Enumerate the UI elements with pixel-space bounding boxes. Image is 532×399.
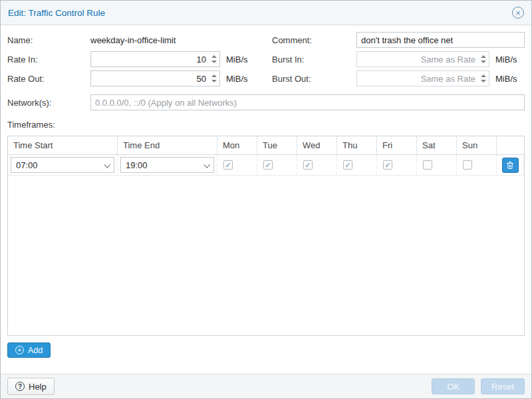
delete-row-button[interactable] bbox=[502, 158, 519, 173]
comment-label: Comment: bbox=[272, 35, 356, 45]
day-checkbox-mon[interactable] bbox=[223, 160, 233, 170]
name-label: Name: bbox=[7, 35, 90, 45]
day-checkbox-tue[interactable] bbox=[263, 160, 273, 170]
column-header-sat: Sat bbox=[417, 136, 457, 154]
table-empty-area bbox=[8, 176, 524, 335]
rate-in-input[interactable] bbox=[90, 51, 220, 67]
day-checkbox-sat[interactable] bbox=[423, 160, 432, 170]
burst-out-input[interactable] bbox=[356, 70, 489, 86]
edit-traffic-control-rule-dialog: Edit: Traffic Control Rule × Name: weekd… bbox=[0, 0, 532, 399]
column-header-tue: Tue bbox=[257, 136, 297, 154]
rate-in-field bbox=[90, 51, 220, 67]
timeframes-table: Time Start Time End Mon Tue Wed Thu Fri … bbox=[7, 136, 525, 336]
help-icon: ? bbox=[15, 382, 25, 391]
rate-out-input[interactable] bbox=[90, 70, 220, 86]
rate-in-unit: MiB/s bbox=[226, 55, 248, 65]
form-row-1: Name: weekday-in-office-limit Comment: bbox=[7, 32, 525, 48]
time-end-value: 19:00 bbox=[126, 160, 148, 170]
day-checkbox-fri[interactable] bbox=[383, 160, 392, 170]
rate-out-field bbox=[90, 70, 220, 86]
dialog-title: Edit: Traffic Control Rule bbox=[8, 8, 105, 18]
name-value: weekday-in-office-limit bbox=[90, 35, 176, 45]
help-button[interactable]: ? Help bbox=[7, 378, 55, 395]
close-icon: × bbox=[515, 9, 521, 17]
spinner-down-icon bbox=[481, 80, 486, 82]
burst-in-spinner[interactable] bbox=[480, 51, 486, 67]
table-header-row: Time Start Time End Mon Tue Wed Thu Fri … bbox=[8, 136, 524, 155]
burst-out-spinner[interactable] bbox=[480, 70, 486, 86]
day-checkbox-wed[interactable] bbox=[303, 160, 313, 170]
rate-out-unit: MiB/s bbox=[226, 74, 248, 84]
column-header-wed: Wed bbox=[297, 136, 337, 154]
spinner-down-icon bbox=[211, 80, 217, 82]
column-header-sun: Sun bbox=[457, 136, 497, 154]
trash-icon bbox=[506, 161, 514, 170]
day-checkbox-thu[interactable] bbox=[343, 160, 352, 170]
time-end-combo[interactable]: 19:00 bbox=[120, 157, 214, 173]
rate-in-spinner[interactable] bbox=[211, 51, 217, 67]
spinner-down-icon bbox=[211, 61, 217, 63]
table-row: 07:00 19:00 bbox=[8, 155, 524, 176]
spinner-up-icon bbox=[211, 74, 217, 77]
add-button[interactable]: + Add bbox=[7, 342, 51, 358]
chevron-down-icon bbox=[203, 162, 210, 168]
rate-out-label: Rate Out: bbox=[7, 74, 90, 84]
networks-input[interactable] bbox=[90, 94, 525, 110]
networks-row: Network(s): bbox=[7, 94, 525, 110]
burst-in-label: Burst In: bbox=[272, 55, 356, 65]
close-button[interactable]: × bbox=[512, 7, 524, 19]
footer-toolbar: ? Help OK Reset bbox=[1, 374, 531, 398]
spinner-down-icon bbox=[481, 61, 486, 63]
networks-label: Network(s): bbox=[7, 98, 90, 108]
burst-in-field bbox=[356, 51, 489, 67]
burst-in-unit: MiB/s bbox=[495, 55, 517, 65]
time-start-combo[interactable]: 07:00 bbox=[11, 157, 114, 173]
time-start-value: 07:00 bbox=[16, 160, 38, 170]
form-row-2: Rate In: MiB/s Burst In: bbox=[7, 51, 525, 67]
add-icon: + bbox=[15, 346, 24, 354]
form-row-3: Rate Out: MiB/s Burst Out: bbox=[7, 70, 525, 86]
add-button-label: Add bbox=[28, 346, 43, 355]
help-button-label: Help bbox=[29, 382, 47, 392]
burst-in-input[interactable] bbox=[356, 51, 489, 67]
reset-button[interactable]: Reset bbox=[481, 378, 525, 394]
timeframes-label: Timeframes: bbox=[7, 120, 525, 130]
spinner-up-icon bbox=[211, 55, 217, 58]
dialog-body: Name: weekday-in-office-limit Comment: R… bbox=[1, 25, 531, 374]
burst-out-field bbox=[356, 70, 489, 86]
column-header-thu: Thu bbox=[337, 136, 377, 154]
spinner-up-icon bbox=[481, 55, 486, 58]
ok-button[interactable]: OK bbox=[432, 378, 475, 394]
day-checkbox-sun[interactable] bbox=[463, 160, 472, 170]
chevron-down-icon bbox=[104, 162, 110, 168]
column-header-mon: Mon bbox=[217, 136, 257, 154]
rate-out-spinner[interactable] bbox=[211, 70, 217, 86]
titlebar: Edit: Traffic Control Rule × bbox=[1, 1, 531, 25]
spinner-up-icon bbox=[481, 74, 486, 77]
burst-out-label: Burst Out: bbox=[272, 74, 356, 84]
column-header-fri: Fri bbox=[377, 136, 417, 154]
rate-in-label: Rate In: bbox=[7, 55, 90, 65]
column-header-actions bbox=[497, 136, 524, 154]
column-header-time-start: Time Start bbox=[8, 136, 118, 154]
column-header-time-end: Time End bbox=[118, 136, 217, 154]
burst-out-unit: MiB/s bbox=[495, 74, 517, 84]
comment-input[interactable] bbox=[356, 32, 525, 48]
